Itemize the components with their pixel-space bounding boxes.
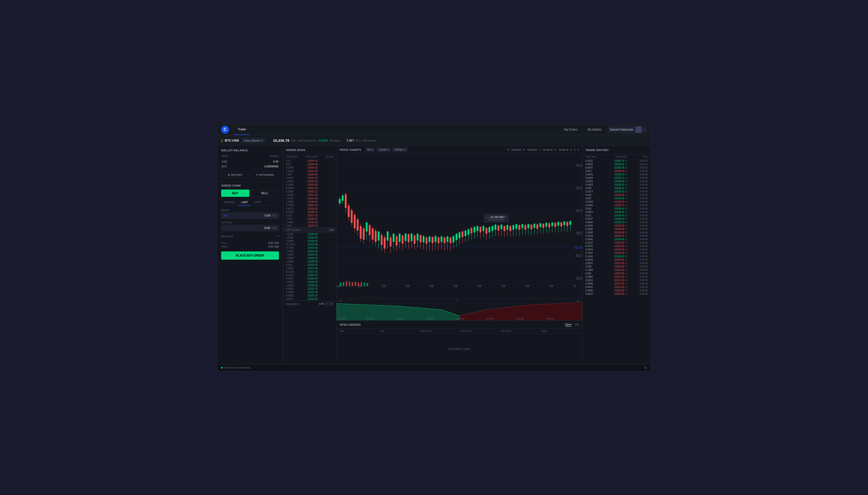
svg-text:$10,330: $10,330 [426,318,434,320]
svg-rect-107 [459,233,460,238]
withdraw-button[interactable]: ⊙ WITHDRAW [251,171,279,178]
svg-rect-119 [476,226,478,231]
amount-input[interactable] [229,214,271,217]
advanced-toggle[interactable]: Advanced ▾ [221,234,279,239]
overlay-dropdown[interactable]: Overlay ▾ [392,148,407,152]
c-label: C: [554,149,557,151]
overlay-chevron-icon: ▾ [404,148,405,151]
list-item: 0.005410338.46 ↗9:49:20 [583,210,651,214]
l-value: 10,336.78 [543,149,553,151]
trade-history-header: Trade History [583,146,651,154]
svg-rect-121 [479,227,481,233]
list-item: 0.046310338.05 ↗9:49:48 [583,183,651,186]
candlestick-chart-container: $10,425 $10,400 $10,375 $10,350 $10,336.… [337,154,582,298]
market-order-tab[interactable]: MARKET [221,199,238,206]
amount-max-link[interactable]: Max [223,215,228,217]
expand-icon[interactable]: ⊞ [577,149,579,151]
list-item: 3.000010336.35- [283,220,337,224]
limit-order-tab[interactable]: LIMIT [238,199,251,206]
settings-icon[interactable]: ⚙ [644,366,647,370]
trade-history-rows: 0.010210336.78 ↗9:50:15 0.095210336.81 ↗… [583,159,651,364]
aggregation-decrease-button[interactable]: − [325,302,329,306]
fills-tab[interactable]: Fills [574,323,579,327]
place-order-button[interactable]: PLACE BUY ORDER [221,251,279,260]
timeframe-dropdown[interactable]: 5m ▾ [365,148,375,152]
volume-label: 24h volume [362,139,376,142]
withdraw-label: WITHDRAW [259,173,274,176]
list-item: 0.110010327.25- [283,270,337,273]
my-wallets-button[interactable]: My Wallets [584,126,606,133]
svg-text:3:00: 3:00 [406,284,410,288]
list-item: 0.003710326.45- [283,277,337,280]
svg-rect-45 [366,222,367,232]
list-item: 0.01110338.42 ↗9:49:20 [583,214,651,217]
list-item: 0.592210344.30- [283,169,337,173]
svg-rect-117 [474,227,475,233]
wallet-buttons: ⊕ DEPOSIT ⊙ WITHDRAW [221,171,279,178]
list-item: 0.610010341.80- [283,197,337,200]
depth-chart-svg: -300 0 300 $10,180 $10,230 $10,280 $10,3… [337,298,582,320]
list-item: 0.13210337.35- [283,214,337,217]
svg-rect-109 [461,232,463,237]
select-market-button[interactable]: Select Market ▾ [241,138,265,143]
svg-rect-103 [453,236,454,242]
svg-rect-191 [367,283,368,286]
list-item: 5.60110336.30- [283,224,337,227]
user-profile[interactable]: Satoshi Nakamoto ▾ [608,125,647,134]
size-col-header: Size [380,330,418,332]
svg-text:7:00: 7:00 [501,284,505,288]
svg-rect-73 [408,234,409,242]
stop-order-tab[interactable]: STOP [251,199,264,206]
price-col-header: Price (USD) [302,155,318,158]
svg-rect-59 [387,232,389,240]
nav-tab-trade[interactable]: Trade [234,124,250,135]
order-form-title: Order Form [221,184,279,187]
svg-rect-189 [361,282,362,286]
svg-rect-57 [384,237,386,249]
trade-history-col-headers: Trade Size Price (USD) Time [583,154,651,159]
open-tab[interactable]: Open [565,323,572,327]
svg-text:$10,375: $10,375 [576,208,582,213]
svg-rect-143 [512,225,514,230]
aggregation-label: Aggregation [286,303,299,305]
open-orders-header: Open Orders Open Fills [337,321,582,329]
svg-rect-183 [343,282,344,286]
list-item: 0.004610339.98 ↗9:49:06 [583,238,651,241]
svg-rect-169 [552,222,553,226]
svg-rect-115 [471,228,472,233]
volume-info: 7,867 BTC 24h volume [346,139,376,142]
list-item: 0.004510339.33 ↗9:49:13 [583,224,651,227]
svg-rect-83 [423,236,424,242]
mid-price-value: 10,335.690 [490,216,504,219]
volume-value: 7,867 [346,139,354,142]
candlestick-chart[interactable]: $10,425 $10,400 $10,375 $10,350 $10,336.… [337,154,582,298]
svg-rect-85 [426,237,427,244]
svg-rect-47 [369,225,370,235]
list-item: 0.166710333.60 ↗9:48:57 [583,251,651,255]
svg-rect-75 [411,234,412,241]
svg-rect-101 [449,237,451,243]
limit-price-input[interactable] [223,226,270,230]
list-item: 0.759910332.90- [283,246,337,250]
charts-area: Price Charts 5m ▾ Candle ▾ Overlay ▾ [337,146,583,364]
chart-type-dropdown[interactable]: Candle ▾ [376,148,391,152]
deposit-button[interactable]: ⊕ DEPOSIT [221,171,249,178]
price-usd-col-header: Price (USD) [606,155,627,158]
buy-tab-button[interactable]: BUY [221,189,249,197]
sell-tab-button[interactable]: SELL [250,189,279,197]
wallet-balance-section: Wallet Balance Asset Amount USD 0.00 [217,146,283,181]
aggregation-increase-button[interactable]: + [330,302,333,306]
my-orders-button[interactable]: My Orders [560,126,582,133]
logo[interactable]: C [221,126,229,134]
svg-text:$10,380: $10,380 [456,318,464,320]
o-label: O: [507,149,510,151]
ohlcv-info: O: 10,338.05 H: 10,338.05 L: 10,336.78 C… [507,149,579,151]
price-change: +0.33% [318,139,328,142]
list-item: 0.104710343.75- [283,176,337,180]
trade-history-panel: Trade History Trade Size Price (USD) Tim… [583,146,651,364]
list-item: 0.759910340.35- [283,203,337,207]
list-item: 0.102210326.50- [283,273,337,277]
svg-rect-186 [351,282,353,286]
status-col-header: Status [541,330,579,332]
svg-rect-177 [563,221,565,225]
